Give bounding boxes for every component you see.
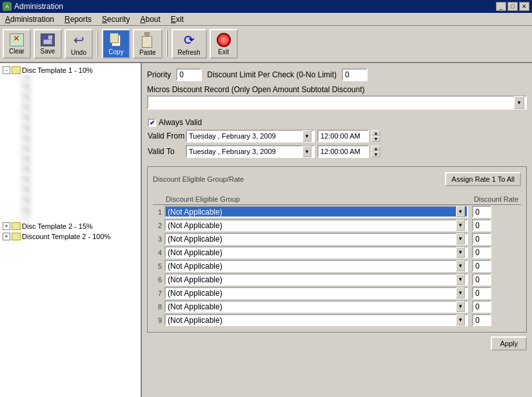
valid-from-spin-down[interactable]: ▼ <box>371 136 380 142</box>
rate-input[interactable] <box>472 287 491 299</box>
valid-from-spin[interactable]: ▲ ▼ <box>371 130 380 142</box>
group-dropdown-arrow[interactable]: ▼ <box>456 287 465 298</box>
group-dropdown[interactable]: (Not Applicable)▼ <box>164 287 468 299</box>
group-cell[interactable]: (Not Applicable)▼ <box>163 232 469 246</box>
tree-expand-disc3[interactable]: + <box>3 233 10 240</box>
priority-input[interactable] <box>176 68 202 81</box>
apply-button[interactable]: Apply <box>491 336 527 351</box>
menu-exit[interactable]: Exit <box>168 14 186 25</box>
rate-input[interactable] <box>472 233 491 245</box>
tree-child-13[interactable] <box>13 198 138 209</box>
valid-to-date[interactable]: Tuesday , February 3, 2009 ▼ <box>186 145 315 158</box>
group-cell[interactable]: (Not Applicable)▼ <box>163 286 469 300</box>
group-dropdown[interactable]: (Not Applicable)▼ <box>164 219 468 231</box>
tree-child-9[interactable] <box>13 157 138 168</box>
rate-cell[interactable] <box>469 205 521 219</box>
group-dropdown-arrow[interactable]: ▼ <box>456 220 465 231</box>
rate-input[interactable] <box>472 314 491 326</box>
group-cell[interactable]: (Not Applicable)▼ <box>163 205 469 219</box>
rate-input[interactable] <box>472 206 491 218</box>
group-dropdown-arrow[interactable]: ▼ <box>456 315 465 325</box>
assign-rate-button[interactable]: Assign Rate 1 To All <box>445 172 521 186</box>
group-cell[interactable]: (Not Applicable)▼ <box>163 273 469 286</box>
group-cell[interactable]: (Not Applicable)▼ <box>163 259 469 273</box>
group-dropdown[interactable]: (Not Applicable)▼ <box>164 206 468 218</box>
group-cell[interactable]: (Not Applicable)▼ <box>163 218 469 232</box>
menu-security[interactable]: Security <box>99 14 132 25</box>
rate-cell[interactable] <box>469 246 521 259</box>
micros-dropdown[interactable]: ▼ <box>147 95 527 110</box>
rate-input[interactable] <box>472 273 491 286</box>
rate-cell[interactable] <box>469 259 521 273</box>
maximize-button[interactable]: □ <box>507 2 518 11</box>
paste-button[interactable]: Paste <box>133 29 163 59</box>
group-cell[interactable]: (Not Applicable)▼ <box>163 246 469 259</box>
valid-from-dropdown-arrow[interactable]: ▼ <box>302 130 311 142</box>
group-cell[interactable]: (Not Applicable)▼ <box>163 300 469 313</box>
minimize-button[interactable]: _ <box>496 2 506 11</box>
exit-button[interactable]: ↑ Exit <box>210 29 238 59</box>
tree-child-2[interactable] <box>13 85 138 95</box>
group-dropdown-arrow[interactable]: ▼ <box>456 260 465 271</box>
rate-cell[interactable] <box>469 273 521 286</box>
rate-input[interactable] <box>472 246 491 258</box>
group-dropdown[interactable]: (Not Applicable)▼ <box>164 273 468 286</box>
rate-cell[interactable] <box>469 286 521 300</box>
save-button[interactable]: Save <box>34 29 62 59</box>
group-dropdown[interactable]: (Not Applicable)▼ <box>164 233 468 245</box>
tree-expand-disc1[interactable]: - <box>3 66 10 74</box>
tree-child-5[interactable] <box>13 116 138 126</box>
valid-to-spin[interactable]: ▲ ▼ <box>371 146 380 157</box>
valid-to-dropdown-arrow[interactable]: ▼ <box>302 146 311 157</box>
menu-about[interactable]: About <box>137 14 163 25</box>
always-valid-checkbox[interactable]: ✔ <box>148 119 156 127</box>
tree-child-10[interactable] <box>13 168 138 178</box>
rate-input[interactable] <box>472 300 491 313</box>
menu-reports[interactable]: Reports <box>62 14 94 25</box>
rate-input[interactable] <box>472 260 491 272</box>
tree-child-7[interactable] <box>13 137 138 147</box>
group-dropdown-arrow[interactable]: ▼ <box>456 301 465 312</box>
tree-item-disc2[interactable]: + Disc Template 2 - 15% <box>3 222 138 231</box>
tree-child-3[interactable] <box>13 95 138 106</box>
valid-from-date[interactable]: Tuesday , February 3, 2009 ▼ <box>186 130 315 142</box>
rate-cell[interactable] <box>469 232 521 246</box>
micros-dropdown-arrow[interactable]: ▼ <box>514 96 524 109</box>
valid-to-spin-up[interactable]: ▲ <box>371 146 380 151</box>
refresh-button[interactable]: ⟳ Refresh <box>172 29 207 59</box>
group-dropdown[interactable]: (Not Applicable)▼ <box>164 300 468 313</box>
title-bar-controls[interactable]: _ □ ✕ <box>496 2 529 11</box>
clear-button[interactable]: ✕ Clear <box>3 29 31 59</box>
discount-limit-input[interactable] <box>342 68 368 81</box>
tree-child-12[interactable] <box>13 188 138 198</box>
valid-to-spin-down[interactable]: ▼ <box>371 151 380 157</box>
valid-to-time[interactable]: 12:00:00 AM <box>317 145 369 158</box>
group-dropdown[interactable]: (Not Applicable)▼ <box>164 314 468 326</box>
valid-from-time[interactable]: 12:00:00 AM <box>317 130 369 142</box>
tree-child-6[interactable] <box>13 126 138 137</box>
tree-child-1[interactable] <box>13 75 138 85</box>
undo-button[interactable]: ↩ Undo <box>64 29 93 59</box>
rate-cell[interactable] <box>469 300 521 313</box>
group-dropdown-arrow[interactable]: ▼ <box>456 274 465 285</box>
rate-cell[interactable] <box>469 313 521 327</box>
valid-from-spin-up[interactable]: ▲ <box>371 130 380 136</box>
tree-item-disc3[interactable]: + Discount Template 2 - 100% <box>3 232 138 241</box>
tree-child-4[interactable] <box>13 106 138 116</box>
copy-button[interactable]: Copy <box>102 29 130 59</box>
tree-expand-disc2[interactable]: + <box>3 222 10 230</box>
close-button[interactable]: ✕ <box>519 2 529 11</box>
tree-child-8[interactable] <box>13 147 138 157</box>
rate-input[interactable] <box>472 219 491 231</box>
group-cell[interactable]: (Not Applicable)▼ <box>163 313 469 327</box>
rate-cell[interactable] <box>469 218 521 232</box>
tree-item-disc1[interactable]: - Disc Template 1 - 10% <box>3 66 138 75</box>
group-dropdown-arrow[interactable]: ▼ <box>456 206 465 217</box>
group-dropdown[interactable]: (Not Applicable)▼ <box>164 246 468 258</box>
group-dropdown-arrow[interactable]: ▼ <box>456 247 465 258</box>
group-dropdown-arrow[interactable]: ▼ <box>456 233 465 244</box>
tree-child-11[interactable] <box>13 178 138 188</box>
tree-child-14[interactable] <box>13 209 138 219</box>
group-dropdown[interactable]: (Not Applicable)▼ <box>164 260 468 272</box>
menu-administration[interactable]: Administration <box>3 14 57 25</box>
